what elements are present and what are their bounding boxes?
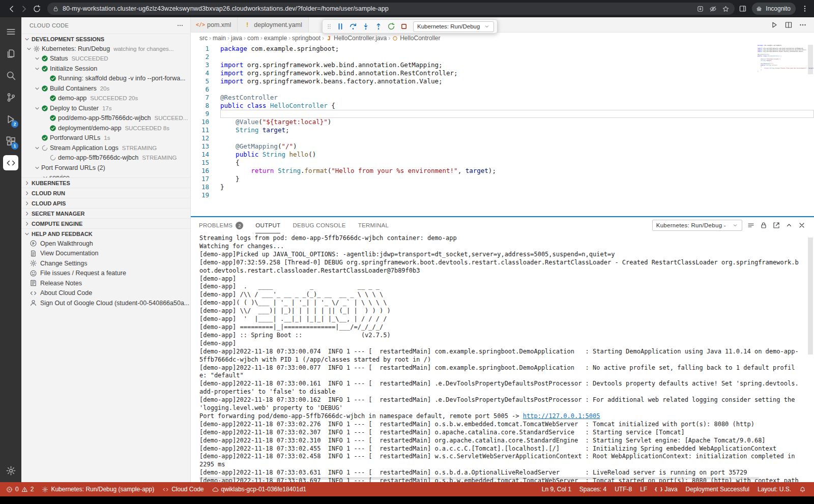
code-line-3[interactable]: import org.springframework.web.bind.anno… <box>220 61 814 69</box>
section-secret-manager[interactable]: SECRET MANAGER <box>21 208 190 218</box>
tree-item-portforward-urls[interactable]: Portforward URLs1s <box>21 133 190 143</box>
code-line-10[interactable]: @Value("${target:local}") <box>220 118 814 126</box>
stop-button[interactable] <box>398 20 410 33</box>
activity-source-control[interactable] <box>2 87 19 107</box>
code-line-15[interactable]: { <box>220 159 814 167</box>
back-icon[interactable] <box>7 5 16 13</box>
code-line-4[interactable]: import org.springframework.web.bind.anno… <box>220 69 814 77</box>
gripper-icon[interactable] <box>326 22 333 31</box>
activity-run-and-debug[interactable]: 2 <box>2 109 19 129</box>
language-mode[interactable]: { }Java <box>651 486 681 493</box>
output-actions-button[interactable] <box>747 221 755 229</box>
code-line-17[interactable]: } <box>220 175 814 183</box>
panel-scrollbar-horizontal[interactable] <box>199 477 759 480</box>
address-bar[interactable]: 80-my-workstation.cluster-ug6zlz43wzeksw… <box>47 3 735 15</box>
breadcrumb-springboot[interactable]: springboot <box>292 35 321 42</box>
profile-chip[interactable]: Incognito <box>752 3 796 15</box>
output-log[interactable]: Streaming logs from pod: demo-app-5ffb76… <box>191 233 814 482</box>
more-actions-button[interactable] <box>799 21 807 29</box>
help-item-view-documentation[interactable]: View Documentation <box>21 249 190 259</box>
port-forward-link[interactable]: http://127.0.0.1:5005 <box>523 412 600 420</box>
tree-item-demo-app-5ffb7666dc-wjbch[interactable]: demo-app-5ffb7666dc-wjbchSTREAMING <box>21 153 190 163</box>
browser-menu-icon[interactable] <box>801 5 809 13</box>
code-line-11[interactable]: String target; <box>220 126 814 134</box>
tree-item-build-containers[interactable]: Build Containers20s <box>21 83 190 94</box>
panel-tab-terminal[interactable]: TERMINAL <box>358 217 389 233</box>
tree-item-initialize-session[interactable]: Initialize Session <box>21 64 190 74</box>
breadcrumb-example[interactable]: example <box>264 35 287 42</box>
split-editor-button[interactable] <box>784 21 793 29</box>
code-line-5[interactable]: import org.springframework.beans.factory… <box>220 77 814 85</box>
gcp-project-status[interactable]: qwiklabs-gcp-01-036fe18401d1 <box>208 482 310 496</box>
code-line-16[interactable]: return String.format("Hello from your %s… <box>220 167 814 175</box>
breadcrumb-com[interactable]: com <box>247 35 259 42</box>
tree-item-status[interactable]: StatusSUCCEEDED <box>21 54 190 64</box>
breadcrumb-hellocontroller-java[interactable]: JHelloController.java <box>326 35 387 42</box>
tree-item-port-forward-urls-2[interactable]: Port Forward URLs (2) <box>21 163 190 173</box>
notifications[interactable] <box>795 486 810 493</box>
tree-item-pod-demo-app-5ffb7666dc-wjbch[interactable]: pod/demo-app-5ffb7666dc-wjbchSUCCEED... <box>21 113 190 124</box>
open-output-button[interactable] <box>772 221 780 229</box>
code-line-1[interactable]: package com.example.springboot; <box>220 45 814 53</box>
reload-icon[interactable] <box>33 5 41 13</box>
help-item-about-cloud-code[interactable]: About Cloud Code <box>21 288 190 299</box>
activity-extensions[interactable]: 1 <box>2 131 19 151</box>
breadcrumb-hellocontroller[interactable]: HelloController <box>392 35 440 42</box>
panel-tab-debug-console[interactable]: DEBUG CONSOLE <box>293 217 345 233</box>
star-icon[interactable] <box>722 5 730 13</box>
cursor-position[interactable]: Ln 9, Col 1 <box>538 486 575 493</box>
help-item-release-notes[interactable]: Release Notes <box>21 278 190 288</box>
code-line-19[interactable] <box>220 191 814 199</box>
forward-icon[interactable] <box>20 5 28 13</box>
activity-settings[interactable] <box>2 460 19 481</box>
help-item-change-settings[interactable]: Change Settings <box>21 258 190 269</box>
tab-deployment-yaml[interactable]: !deployment.yaml <box>238 17 309 32</box>
side-panel-icon[interactable] <box>739 5 747 13</box>
step-out-button[interactable] <box>372 20 385 33</box>
activity-menu[interactable] <box>2 21 19 42</box>
debug-session-status[interactable]: Kubernetes: Run/Debug (sample-app) <box>38 482 158 496</box>
tree-item-kubernetes-run-debug[interactable]: Kubernetes: Run/Debugwatching for change… <box>21 44 190 54</box>
help-item-open-walkthrough[interactable]: Open Walkthrough <box>21 239 190 249</box>
code-line-9[interactable] <box>220 110 814 118</box>
code-line-18[interactable]: } <box>220 183 814 191</box>
panel-scrollbar-vertical[interactable] <box>808 238 813 354</box>
code-editor[interactable]: 12345678910111213141516171819 package co… <box>191 44 814 216</box>
activity-explorer[interactable] <box>2 43 19 64</box>
step-into-button[interactable] <box>360 20 372 33</box>
code-line-8[interactable]: public class HelloController { <box>220 102 814 110</box>
close-panel-button[interactable] <box>798 221 806 229</box>
tree-item-service[interactable]: service <box>21 173 190 178</box>
minimap[interactable]: package com.example.springboot;import or… <box>758 45 806 74</box>
breadcrumb-java[interactable]: java <box>231 35 242 42</box>
panel-tab-problems[interactable]: PROBLEMS2 <box>199 217 243 233</box>
activity-search[interactable] <box>2 65 19 85</box>
panel-tab-output[interactable]: OUTPUT <box>255 217 280 233</box>
tree-item-deployment-demo-app[interactable]: deployment/demo-appSUCCEEDED 8s <box>21 123 190 133</box>
section-development-sessions[interactable]: DEVELOPMENT SESSIONS <box>21 34 190 44</box>
code-line-7[interactable]: @RestController <box>220 94 814 102</box>
tree-item-running-skaffold-debug-v-info-port-forwa[interactable]: Running: skaffold debug -v info --port-f… <box>21 74 190 84</box>
code-line-2[interactable] <box>220 53 814 61</box>
tree-item-stream-application-logs[interactable]: Stream Application LogsSTREAMING <box>21 143 190 153</box>
help-item-sign-out-of-google-cloud-student-00-5408[interactable]: Sign Out of Google Cloud (student-00-540… <box>21 298 190 308</box>
pause-button[interactable] <box>334 20 346 33</box>
indentation[interactable]: Spaces: 4 <box>575 486 610 493</box>
section-kubernetes[interactable]: KUBERNETES <box>21 177 190 188</box>
help-item-file-issues-request-a-feature[interactable]: File issues / Request a feature <box>21 269 190 279</box>
code-line-6[interactable] <box>220 85 814 94</box>
problems-status[interactable]: 0 2 <box>2 482 38 496</box>
encoding[interactable]: UTF-8 <box>610 486 636 493</box>
tab-pom-xml[interactable]: </>pom.xml <box>191 17 238 32</box>
tree-item-deploy-to-cluster[interactable]: Deploy to Cluster17s <box>21 103 190 113</box>
restart-button[interactable] <box>385 20 397 33</box>
keyboard-layout[interactable]: Layout: U.S. <box>753 486 795 493</box>
activity-cloud-code[interactable] <box>2 153 19 173</box>
section-cloud-apis[interactable]: CLOUD APIS <box>21 198 190 208</box>
deployment-status[interactable]: Deployment Successful <box>682 486 753 493</box>
cloud-code-status[interactable]: Cloud Code <box>158 482 208 496</box>
code-line-13[interactable]: @GetMapping("/") <box>220 142 814 151</box>
install-icon[interactable] <box>696 5 704 13</box>
step-over-button[interactable] <box>347 20 359 33</box>
section-cloud-run[interactable]: CLOUD RUN <box>21 188 190 198</box>
